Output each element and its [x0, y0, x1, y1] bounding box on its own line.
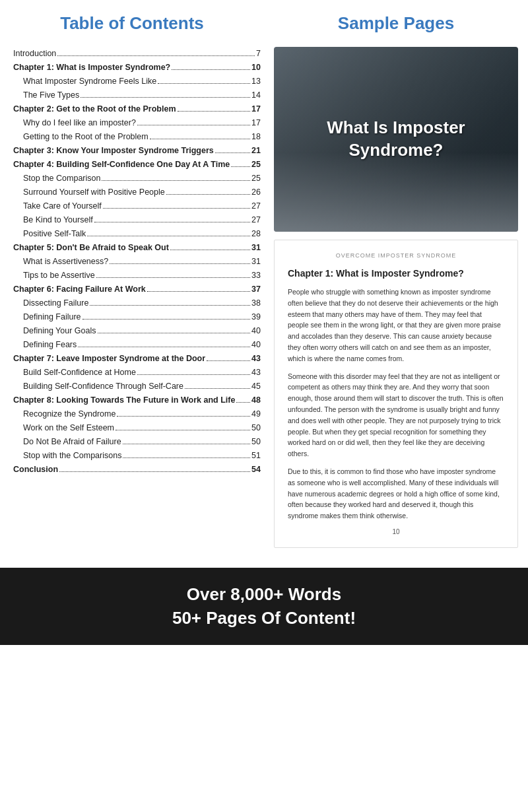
toc-page-number: 50	[251, 421, 261, 434]
toc-page-number: 40	[251, 324, 261, 337]
toc-page-number: 38	[251, 296, 261, 310]
toc-page-number: 50	[251, 435, 261, 448]
toc-entry-text: What Imposter Syndrome Feels Like	[23, 75, 156, 88]
toc-entry-text: Work on the Self Esteem	[23, 421, 114, 434]
toc-entry: Defining Your Goals40	[13, 324, 261, 337]
page-header: Table of Contents Sample Pages	[0, 0, 528, 40]
toc-page-number: 17	[251, 116, 261, 129]
toc-page-number: 21	[251, 144, 261, 157]
cover-text: What Is ImposterSyndrome?	[327, 117, 465, 162]
toc-entry-text: Chapter 5: Don't Be Afraid to Speak Out	[13, 241, 169, 254]
toc-entry-text: Dissecting Failure	[23, 296, 88, 310]
toc-dots	[178, 111, 251, 112]
toc-page-number: 51	[251, 449, 261, 462]
toc-dots	[172, 69, 250, 70]
keyboard-decoration	[274, 152, 518, 232]
toc-entry: Chapter 4: Building Self-Confidence One …	[13, 158, 261, 171]
cover-title: What Is ImposterSyndrome?	[327, 117, 465, 162]
toc-entry-text: What is Assertiveness?	[23, 255, 108, 268]
sample-pages-header: Sample Pages	[264, 13, 528, 34]
toc-entry-text: Chapter 4: Building Self-Confidence One …	[13, 158, 230, 171]
toc-entry: Defining Fears40	[13, 338, 261, 351]
toc-entry: Take Care of Yourself27	[13, 199, 261, 213]
toc-entry-text: Take Care of Yourself	[23, 199, 102, 213]
sample-page-header-text: OVERCOME IMPOSTER SYNDROME	[288, 252, 504, 259]
toc-entry: Do Not Be Afraid of Failure50	[13, 435, 261, 448]
toc-dots	[231, 166, 250, 167]
toc-dots	[98, 333, 251, 333]
toc-page-number: 26	[251, 186, 261, 199]
toc-entry-text: Positive Self-Talk	[23, 227, 86, 240]
toc-entry: Chapter 1: What is Imposter Syndrome?10	[13, 61, 261, 74]
toc-page-number: 31	[251, 241, 261, 254]
toc-dots	[116, 430, 250, 430]
toc-dots	[81, 97, 250, 98]
toc-entry-text: Chapter 7: Leave Imposter Syndrome at th…	[13, 352, 205, 365]
toc-dots	[87, 236, 250, 236]
toc-page-number: 25	[251, 172, 261, 185]
toc-entry: Positive Self-Talk28	[13, 227, 261, 240]
toc-page-number: 13	[251, 75, 261, 88]
footer-line1: Over 8,000+ Words	[13, 582, 515, 606]
toc-entry: Stop the Comparison25	[13, 172, 261, 185]
toc-page-number: 45	[251, 380, 261, 393]
toc-entry-text: Getting to the Root of the Problem	[23, 130, 148, 143]
toc-entry-text: Stop with the Comparisons	[23, 449, 121, 462]
toc-page-number: 49	[251, 407, 261, 421]
toc-dots	[78, 347, 250, 347]
toc-entry: Chapter 8: Looking Towards The Future in…	[13, 393, 261, 407]
toc-page-number: 28	[251, 227, 261, 240]
toc-entry-text: Do Not Be Afraid of Failure	[23, 435, 121, 448]
sample-cover-image: What Is ImposterSyndrome?	[274, 47, 518, 232]
sample-paragraph-1: People who struggle with something known…	[288, 287, 504, 364]
toc-entry-text: Conclusion	[13, 463, 58, 476]
toc-entry-text: Build Self-Confidence at Home	[23, 366, 136, 379]
toc-entry-text: The Five Types	[23, 88, 79, 102]
sample-text-page: OVERCOME IMPOSTER SYNDROME Chapter 1: Wh…	[274, 240, 518, 548]
toc-page-number: 37	[251, 283, 261, 296]
toc-entry: The Five Types14	[13, 88, 261, 102]
toc-entry-text: Building Self-Confidence Through Self-Ca…	[23, 380, 183, 393]
main-content: Introduction7Chapter 1: What is Imposter…	[0, 40, 528, 555]
toc-entry: Chapter 7: Leave Imposter Syndrome at th…	[13, 352, 261, 365]
toc-page-number: 17	[251, 102, 261, 116]
toc-dots	[185, 388, 250, 389]
toc-entry: Chapter 2: Get to the Root of the Proble…	[13, 102, 261, 116]
toc-dots	[137, 374, 250, 375]
toc-entry: Defining Failure39	[13, 310, 261, 323]
sample-pages-title: Sample Pages	[338, 13, 454, 33]
toc-dots	[158, 83, 250, 84]
toc-page-number: 33	[251, 269, 261, 282]
toc-entry: Stop with the Comparisons51	[13, 449, 261, 462]
toc-dots	[90, 305, 250, 306]
toc-dots	[147, 291, 250, 292]
table-of-contents: Introduction7Chapter 1: What is Imposter…	[0, 47, 271, 548]
toc-page-number: 25	[251, 158, 261, 171]
toc-entry: Work on the Self Esteem50	[13, 421, 261, 434]
toc-entry: Be Kind to Yourself27	[13, 213, 261, 226]
sample-paragraph-2: Someone with this disorder may feel that…	[288, 371, 504, 459]
toc-dots	[117, 416, 250, 417]
toc-entry-text: Tips to be Assertive	[23, 269, 95, 282]
toc-dots	[110, 263, 250, 264]
toc-entry-text: Stop the Comparison	[23, 172, 100, 185]
toc-entry: Chapter 5: Don't Be Afraid to Speak Out3…	[13, 241, 261, 254]
toc-entry-text: Defining Failure	[23, 310, 81, 323]
toc-entry: Conclusion54	[13, 463, 261, 476]
toc-page-number: 40	[251, 338, 261, 351]
toc-entry: Why do I feel like an imposter?17	[13, 116, 261, 129]
toc-dots	[236, 402, 250, 403]
toc-entry-text: Chapter 8: Looking Towards The Future in…	[13, 393, 235, 407]
toc-dots	[82, 319, 251, 320]
toc-dots	[215, 152, 250, 153]
sample-page-number: 10	[288, 528, 504, 535]
toc-page-number: 14	[251, 88, 261, 102]
toc-page-number: 7	[256, 47, 261, 60]
toc-page-number: 27	[251, 199, 261, 213]
toc-entry: Chapter 6: Facing Failure At Work37	[13, 283, 261, 296]
toc-header: Table of Contents	[0, 13, 264, 34]
toc-entry: What Imposter Syndrome Feels Like13	[13, 75, 261, 88]
toc-entry: Chapter 3: Know Your Imposter Syndrome T…	[13, 144, 261, 157]
toc-title: Table of Contents	[60, 13, 204, 33]
toc-dots	[137, 125, 250, 125]
